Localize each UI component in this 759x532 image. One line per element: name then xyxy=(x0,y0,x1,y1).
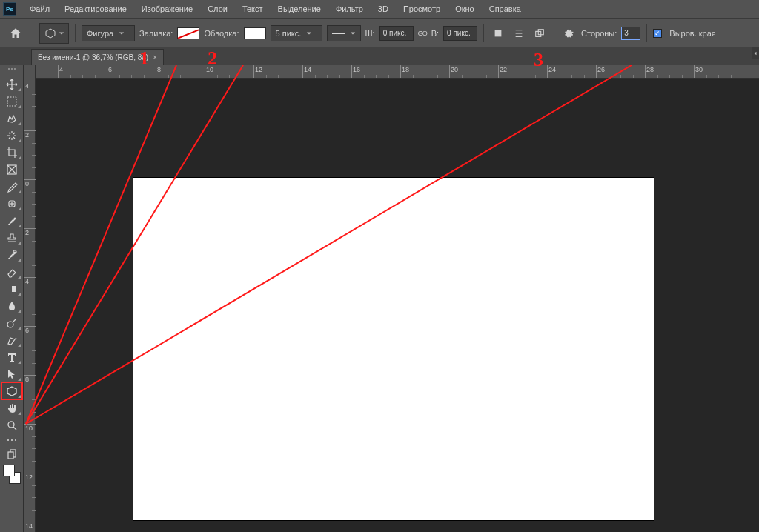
path-op-new-icon[interactable] xyxy=(490,25,506,41)
height-input[interactable] xyxy=(443,26,477,41)
path-arrange-icon[interactable] xyxy=(531,25,548,41)
svg-point-24 xyxy=(15,439,16,441)
menu-3d[interactable]: 3D xyxy=(371,1,396,16)
annotation-number-3: 3 xyxy=(534,49,543,71)
stroke-width-dropdown[interactable]: 5 пикс. xyxy=(271,25,322,41)
tools-panel xyxy=(0,65,24,532)
tool-marquee[interactable] xyxy=(1,93,22,110)
current-tool-preset[interactable] xyxy=(39,23,69,44)
menu-bar: Ps Файл Редактирование Изображение Слои … xyxy=(0,0,759,18)
svg-point-20 xyxy=(8,422,14,428)
stroke-swatch[interactable] xyxy=(244,27,266,39)
tool-blur[interactable] xyxy=(1,297,22,314)
tool-quick-select[interactable] xyxy=(1,127,22,144)
canvas-area[interactable]: 4681012141618202224262830 4202468101214 … xyxy=(24,65,759,532)
tool-stamp[interactable] xyxy=(1,229,22,246)
tool-hand[interactable] xyxy=(1,399,22,416)
svg-marker-0 xyxy=(46,29,55,38)
fill-swatch[interactable] xyxy=(177,27,199,39)
svg-point-17 xyxy=(7,322,13,327)
panel-collapse-handle[interactable] xyxy=(752,47,759,59)
fill-label: Заливка: xyxy=(139,29,173,38)
width-label: Ш: xyxy=(365,29,375,38)
shape-mode-dropdown[interactable]: Фигура xyxy=(82,25,135,41)
document-tab-strip: Без имени-1 @ 36,7% (RGB, 8#) × xyxy=(0,47,759,65)
tool-eraser[interactable] xyxy=(1,263,22,280)
sides-input[interactable] xyxy=(621,27,640,40)
svg-rect-16 xyxy=(7,286,12,292)
svg-rect-26 xyxy=(8,452,13,459)
stroke-label: Обводка: xyxy=(204,29,239,38)
tool-path-select[interactable] xyxy=(1,365,22,382)
svg-line-18 xyxy=(13,319,16,322)
svg-marker-19 xyxy=(7,387,16,396)
separator xyxy=(75,24,76,42)
close-icon[interactable]: × xyxy=(153,53,157,61)
menu-layer[interactable]: Слои xyxy=(200,1,235,16)
svg-rect-1 xyxy=(495,30,502,36)
chevron-down-icon xyxy=(118,30,125,36)
menu-filter[interactable]: Фильтр xyxy=(328,1,371,16)
menu-edit[interactable]: Редактирование xyxy=(57,1,134,16)
ruler-vertical[interactable]: 4202468101214 xyxy=(24,65,36,532)
separator xyxy=(33,24,33,42)
workspace: 4681012141618202224262830 4202468101214 … xyxy=(0,65,759,532)
width-input[interactable] xyxy=(380,26,414,41)
align-edges-checkbox[interactable]: ✓ xyxy=(653,29,662,38)
svg-line-21 xyxy=(13,427,16,430)
svg-point-22 xyxy=(7,439,9,441)
height-label: В: xyxy=(431,29,439,38)
edit-toolbar-icon[interactable] xyxy=(1,447,22,460)
gear-icon[interactable] xyxy=(560,25,577,41)
tool-type[interactable] xyxy=(1,348,22,365)
tool-history-brush[interactable] xyxy=(1,246,22,263)
home-button[interactable] xyxy=(4,22,27,44)
tool-pen[interactable] xyxy=(1,331,22,348)
tool-frame[interactable] xyxy=(1,161,22,178)
toolbar-more[interactable] xyxy=(1,433,22,447)
menu-help[interactable]: Справка xyxy=(482,1,528,16)
tool-lasso[interactable] xyxy=(1,110,22,127)
svg-rect-7 xyxy=(7,97,16,106)
toolbar-grip[interactable] xyxy=(4,68,19,73)
menu-file[interactable]: Файл xyxy=(22,1,57,16)
separator xyxy=(483,24,484,42)
menu-window[interactable]: Окно xyxy=(448,1,482,16)
chevron-down-icon xyxy=(305,30,313,36)
separator xyxy=(554,24,554,42)
separator xyxy=(646,24,647,42)
annotation-number-2: 2 xyxy=(208,47,217,70)
document-canvas[interactable] xyxy=(133,178,654,520)
chevron-down-icon xyxy=(350,30,356,36)
tool-brush[interactable] xyxy=(1,212,22,229)
tool-crop[interactable] xyxy=(1,144,22,161)
tool-dodge[interactable] xyxy=(1,314,22,331)
align-edges-label: Выров. края xyxy=(669,29,715,38)
link-wh-icon[interactable]: GO xyxy=(418,30,427,37)
sides-label: Стороны: xyxy=(581,29,617,38)
options-bar: Фигура Заливка: Обводка: 5 пикс. Ш: GO В… xyxy=(0,18,759,47)
tool-gradient[interactable] xyxy=(1,280,22,297)
stroke-width-value: 5 пикс. xyxy=(276,29,302,38)
tool-eyedropper[interactable] xyxy=(1,178,22,195)
tool-move[interactable] xyxy=(1,76,22,93)
tool-healing[interactable] xyxy=(1,195,22,212)
stroke-style-dropdown[interactable] xyxy=(327,25,361,41)
menu-view[interactable]: Просмотр xyxy=(396,1,448,16)
svg-point-23 xyxy=(11,439,13,441)
menu-select[interactable]: Выделение xyxy=(271,1,328,16)
menu-type[interactable]: Текст xyxy=(235,1,271,16)
document-tab-title: Без имени-1 @ 36,7% (RGB, 8#) xyxy=(38,53,148,61)
menu-image[interactable]: Изображение xyxy=(134,1,200,16)
path-align-icon[interactable] xyxy=(511,25,527,41)
foreground-background-swatch[interactable] xyxy=(1,463,22,485)
app-logo: Ps xyxy=(3,2,16,16)
annotation-number-1: 1 xyxy=(139,47,149,70)
foreground-color[interactable] xyxy=(3,465,15,476)
tool-zoom[interactable] xyxy=(1,416,22,433)
tool-shape[interactable] xyxy=(1,382,22,399)
shape-mode-label: Фигура xyxy=(87,29,113,38)
